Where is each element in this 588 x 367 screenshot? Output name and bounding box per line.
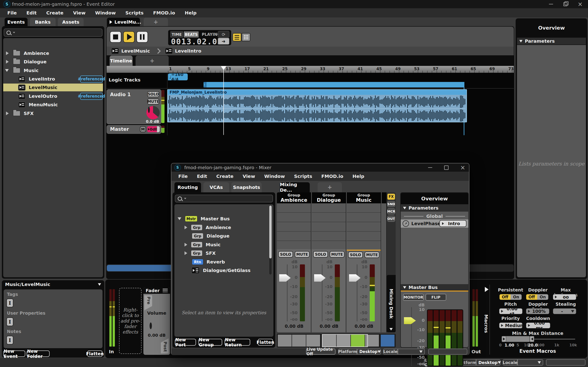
- fader-module[interactable]: Fader Pre Volume 0.00 dB Post: [143, 287, 170, 355]
- mixing-desk-drawer-tab[interactable]: Mixing Desk: [387, 275, 396, 332]
- strip-ambience[interactable]: Group Ambience SOLO MUTE dB 10 0 -10 -20…: [277, 192, 311, 332]
- new-event-button[interactable]: New Event: [3, 350, 25, 357]
- menu-scripts[interactable]: Scripts: [294, 174, 312, 179]
- menu-file[interactable]: File: [178, 174, 188, 179]
- master-bus-header[interactable]: Master Bus: [401, 284, 468, 291]
- scrollbar-thumb[interactable]: [269, 206, 272, 259]
- restore-icon[interactable]: [561, 0, 570, 8]
- expand-icon[interactable]: [184, 251, 187, 255]
- audio-clip[interactable]: FMP_MelonJam_LevelIntro: [167, 89, 467, 122]
- expand-icon[interactable]: [6, 112, 9, 115]
- master-track-header[interactable]: Master M 0dB: [107, 125, 161, 134]
- persistent-toggle[interactable]: Off On: [499, 294, 522, 300]
- tab-assets[interactable]: Assets: [58, 18, 84, 26]
- mixer-close-icon[interactable]: ×: [458, 163, 467, 172]
- flatten-button[interactable]: Flatten: [87, 350, 103, 357]
- tree-item-music[interactable]: Music: [3, 67, 103, 74]
- menu-window[interactable]: Window: [95, 10, 116, 16]
- new-return-button[interactable]: New Return: [225, 339, 250, 346]
- tab-add-sheet[interactable]: +: [136, 56, 169, 66]
- bus-sfx[interactable]: Grp SFX: [174, 249, 273, 257]
- follow-cursor-icon[interactable]: ➜: [218, 38, 229, 44]
- doppler-on[interactable]: On: [537, 294, 548, 300]
- priority-spinner[interactable]: Medium: [499, 322, 523, 329]
- distance-slider-range[interactable]: [506, 336, 530, 342]
- event-dialogue-getglass[interactable]: Dialogue/GetGlass: [174, 267, 273, 274]
- track-volume-knob[interactable]: [148, 107, 150, 113]
- mixer-live-update-button[interactable]: Live Update Off: [306, 349, 336, 355]
- close-icon[interactable]: ×: [576, 0, 585, 8]
- new-port-button[interactable]: New Port: [175, 339, 196, 346]
- menu-view[interactable]: View: [73, 10, 86, 16]
- persistent-on[interactable]: On: [510, 294, 522, 300]
- parameter-value-button[interactable]: Intro: [439, 220, 467, 227]
- play-button[interactable]: [123, 31, 135, 43]
- tab-timeline[interactable]: Timeline: [110, 56, 133, 66]
- master-fader[interactable]: 0dB: [147, 126, 160, 132]
- strip-solo-button[interactable]: SOLO: [348, 251, 363, 258]
- expand-icon[interactable]: [6, 51, 9, 55]
- playhead-marker[interactable]: [221, 66, 226, 70]
- pre-tab[interactable]: Pre: [144, 295, 152, 310]
- expand-icon[interactable]: [184, 226, 187, 229]
- mcr-tab-button[interactable]: MCR: [387, 209, 395, 214]
- flip-button[interactable]: FLIP: [425, 294, 446, 301]
- fx-tab-button[interactable]: FX: [387, 194, 395, 200]
- menu-create[interactable]: Create: [216, 174, 233, 179]
- menu-help[interactable]: Help: [185, 10, 197, 16]
- new-group-button[interactable]: New Group: [198, 339, 222, 346]
- macros-expander-icon[interactable]: [485, 287, 489, 292]
- bus-dialogue[interactable]: Grp Dialogue: [174, 232, 273, 240]
- collapse-icon[interactable]: [98, 283, 101, 286]
- tab-events[interactable]: Events: [5, 18, 27, 26]
- new-folder-button[interactable]: New Folder: [27, 350, 50, 357]
- tree-item-levelmusic-selected[interactable]: LevelMusic: [3, 83, 103, 91]
- prefader-dropzone[interactable]: Right-click to add pre-fader effects: [119, 288, 142, 354]
- tree-item-sfx[interactable]: SFX: [3, 109, 103, 117]
- routing-search-input[interactable]: [175, 195, 273, 202]
- menu-edit[interactable]: Edit: [26, 10, 36, 16]
- strip-effects-rack[interactable]: [277, 203, 311, 249]
- monitor-button[interactable]: MONITOR: [403, 294, 424, 301]
- parameters-section-header[interactable]: Parameters: [517, 38, 586, 44]
- strip-mute-button[interactable]: MUTE: [330, 251, 345, 258]
- strip-mute-button[interactable]: MUTE: [295, 251, 310, 258]
- loop-region[interactable]: [204, 82, 464, 87]
- collapse-icon[interactable]: [5, 69, 9, 72]
- bus-reverb[interactable]: Rtn Reverb: [174, 258, 273, 266]
- scrollbar-thumb[interactable]: [107, 265, 172, 271]
- menu-create[interactable]: Create: [46, 10, 63, 16]
- menu-scripts[interactable]: Scripts: [125, 10, 144, 16]
- bus-ambience[interactable]: Grp Ambience: [174, 224, 273, 231]
- tracks-view-button[interactable]: [233, 33, 241, 41]
- playhead-line[interactable]: [223, 66, 224, 135]
- doppler-off[interactable]: Off: [526, 294, 537, 300]
- distance-max-handle[interactable]: [530, 336, 534, 342]
- strip-solo-button[interactable]: SOLO: [278, 251, 293, 258]
- status-input[interactable]: [546, 359, 586, 366]
- tree-item-ambience[interactable]: Ambience: [3, 49, 103, 57]
- strip-effects-rack[interactable]: [347, 203, 381, 249]
- mixer-flatten-button[interactable]: Flatten: [258, 339, 273, 346]
- mixer-minimize-icon[interactable]: [425, 163, 435, 172]
- doppler-scale-spinner[interactable]: 100%: [526, 308, 550, 314]
- solo-button[interactable]: SOLO: [147, 91, 159, 97]
- collapse-icon[interactable]: [178, 217, 181, 220]
- menu-fmodio[interactable]: FMOD.io: [321, 174, 343, 179]
- stealing-dropdown[interactable]: -: [553, 308, 577, 314]
- desk-minimap[interactable]: [277, 334, 396, 348]
- timeline-ruler[interactable]: 15913172125293337414549535761656973: [107, 66, 514, 73]
- tempo-marker[interactable]: ♩=160 4/4: [168, 74, 188, 80]
- bus-music[interactable]: Grp Music: [174, 241, 273, 249]
- events-search-input[interactable]: [4, 28, 103, 37]
- mixer-tab-snapshots[interactable]: Snapshots: [231, 182, 262, 192]
- snd-tab-button[interactable]: SND: [387, 201, 395, 207]
- tree-item-dialogue[interactable]: Dialogue: [3, 58, 103, 66]
- tree-item-leveloutro[interactable]: LevelOutro #referenced: [3, 92, 103, 100]
- distance-min-handle[interactable]: [502, 336, 506, 342]
- doppler-toggle[interactable]: Off On: [526, 294, 549, 300]
- strip-mute-button[interactable]: MUTE: [365, 251, 379, 258]
- master-mute-button[interactable]: M: [140, 126, 146, 132]
- tab-new-plus[interactable]: +: [144, 18, 168, 26]
- minimize-icon[interactable]: [546, 0, 556, 8]
